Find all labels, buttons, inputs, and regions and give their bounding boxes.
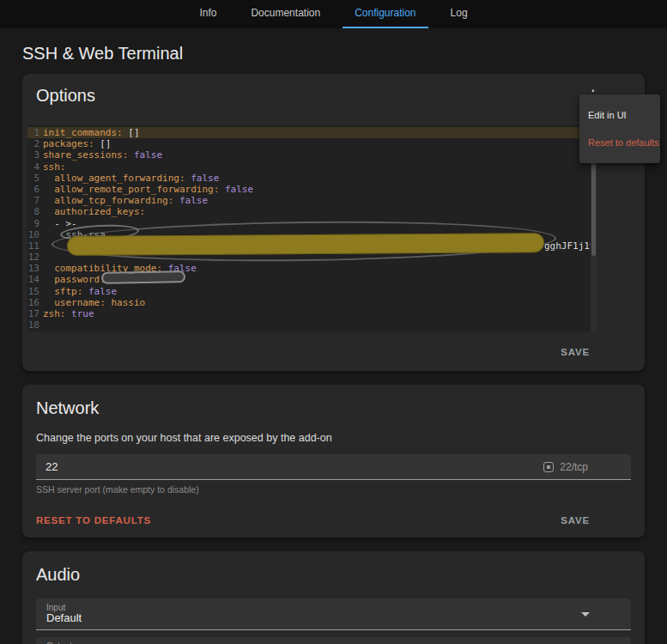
top-bar: InfoDocumentationConfigurationLog: [0, 0, 667, 28]
reset-to-defaults-button[interactable]: RESET TO DEFAULTS: [36, 515, 151, 526]
line-number: 17: [27, 308, 39, 319]
port-protocol-icon: [543, 462, 554, 472]
code-line-15: 15 sftp: false: [27, 286, 597, 297]
code-text: init_commands: []: [43, 127, 140, 138]
dropdown-arrow-icon: [581, 612, 590, 617]
line-number: 7: [27, 195, 39, 206]
code-line-18: 18: [27, 319, 597, 331]
code-line-16: 16 username: hassio: [27, 297, 597, 308]
line-number: 4: [27, 161, 39, 173]
code-text: - >-: [43, 218, 77, 229]
line-number: 9: [27, 218, 39, 229]
options-card-title: Options: [36, 86, 95, 106]
audio-output-select[interactable]: OutputDefault: [36, 637, 631, 644]
options-card-header: Options: [22, 74, 645, 112]
code-line-7: 7 allow_tcp_forwarding: false: [27, 195, 597, 206]
menu-item-reset-to-defaults[interactable]: Reset to defaults: [579, 129, 660, 156]
code-line-8: 8 authorized_keys:: [27, 206, 597, 217]
code-text: allow_agent_forwarding: false: [43, 173, 219, 184]
code-text: share_sessions: false: [43, 149, 162, 161]
code-text: sftp: false: [43, 286, 117, 297]
redaction-password: [101, 270, 185, 284]
port-suffix: 22/tcp: [543, 461, 588, 473]
line-number: 11: [27, 240, 39, 252]
line-number: 15: [27, 286, 39, 297]
line-number: 1: [27, 127, 39, 138]
network-card-title: Network: [36, 398, 631, 418]
audio-card-title: Audio: [36, 565, 631, 585]
network-card: Network Change the ports on your host th…: [22, 385, 645, 538]
network-card-actions: RESET TO DEFAULTS SAVE: [36, 510, 631, 527]
code-text: zsh: true: [43, 308, 94, 319]
code-text: allow_tcp_forwarding: false: [43, 195, 208, 206]
code-line-5: 5 allow_agent_forwarding: false: [27, 173, 597, 184]
line-number: 14: [27, 274, 39, 285]
code-text: ssh:: [43, 161, 66, 173]
line-number: 18: [27, 319, 39, 331]
tab-info[interactable]: Info: [187, 0, 228, 28]
code-text: username: hassio: [43, 297, 145, 308]
options-save-button[interactable]: SAVE: [561, 347, 590, 357]
menu-item-edit-in-ui[interactable]: Edit in UI: [579, 101, 660, 129]
port-suffix-label: 22/tcp: [560, 461, 588, 473]
network-description: Change the ports on your host that are e…: [36, 432, 631, 444]
port-helper-text: SSH server port (make empty to disable): [36, 484, 631, 495]
options-card-actions: SAVE: [22, 331, 645, 371]
audio-fields: InputDefaultOutputDefault: [36, 598, 631, 644]
line-number: 10: [27, 229, 39, 240]
code-text: packages: []: [43, 138, 111, 149]
audio-input-select[interactable]: InputDefault: [36, 598, 631, 630]
tab-configuration[interactable]: Configuration: [343, 0, 427, 28]
code-line-17: 17zsh: true: [27, 308, 597, 319]
line-number: 8: [27, 206, 39, 217]
port-input[interactable]: [45, 460, 543, 473]
code-line-3: 3share_sessions: false: [27, 149, 597, 161]
tab-log[interactable]: Log: [439, 0, 480, 28]
code-text: password:: [43, 274, 106, 285]
line-number: 6: [27, 184, 39, 195]
code-text: allow_remote_port_forwarding: false: [43, 184, 253, 195]
redaction-key-blob: [67, 233, 544, 256]
line-number: 13: [27, 263, 39, 274]
code-text: authorized_keys:: [43, 206, 145, 217]
tab-documentation[interactable]: Documentation: [239, 0, 332, 28]
line-number: 12: [27, 252, 39, 263]
select-value: Default: [46, 611, 82, 624]
options-menu: Edit in UIReset to defaults: [579, 94, 660, 163]
line-number: 5: [27, 173, 39, 184]
yaml-editor[interactable]: 1init_commands: []2packages: []3share_se…: [27, 125, 597, 331]
tab-bar: InfoDocumentationConfigurationLog: [182, 0, 484, 28]
port-field: 22/tcp: [36, 454, 631, 480]
line-number: 16: [27, 297, 39, 308]
code-line-2: 2packages: []: [27, 138, 597, 149]
page-title: SSH & Web Terminal: [22, 44, 645, 64]
code-line-1: 1init_commands: []: [27, 127, 597, 138]
network-save-button[interactable]: SAVE: [561, 515, 590, 526]
options-card: Options 1init_commands: []2packages: []3…: [22, 74, 645, 371]
audio-card: Audio InputDefaultOutputDefault: [22, 551, 645, 644]
code-line-4: 4ssh:: [27, 161, 597, 173]
line-number: 3: [27, 149, 39, 161]
code-line-6: 6 allow_remote_port_forwarding: false: [27, 184, 597, 195]
line-number: 2: [27, 138, 39, 149]
